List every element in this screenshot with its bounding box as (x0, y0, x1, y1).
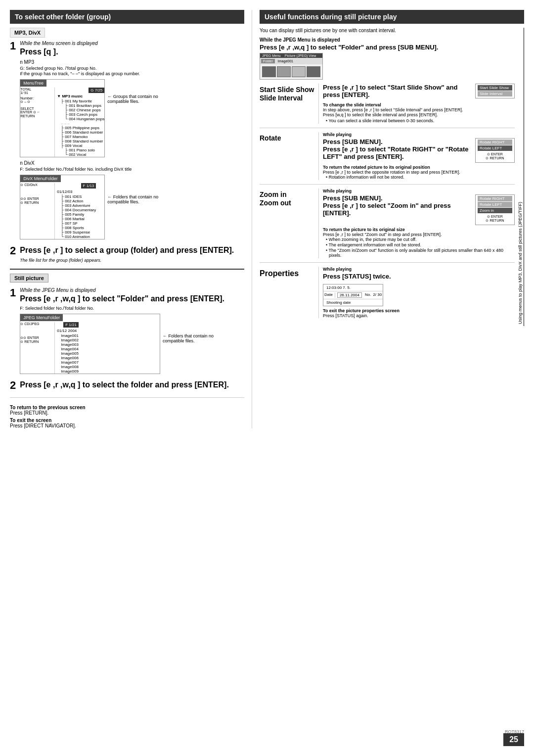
thumb-4 (307, 66, 320, 77)
rotate-return-title: To return the rotated picture to its ori… (323, 165, 515, 170)
zoom-return-title: To return the picture to its original si… (323, 227, 515, 232)
exit-section: To exit the screen Press [DIRECT NAVIGAT… (10, 418, 244, 428)
slide-show-content: Press [e ,r ] to select "Start Slide Sho… (323, 84, 515, 124)
props-shooting-row: Shooting date (323, 299, 383, 306)
slide-interval-title: To change the slide interval (323, 102, 515, 107)
slide-show-instruction: Press [e ,r ] to select "Start Slide Sho… (323, 84, 471, 98)
divx-left: ⊙ CD/DivX ⊙⊙ ENTER ⊙ RETURN (20, 183, 55, 239)
props-time-row: 12:03:00 7. 5. (323, 284, 383, 291)
zoom-detail4: The "Zoom in/Zoom out" function is only … (323, 248, 515, 258)
props-instruction: Press [STATUS] twice. (323, 273, 515, 280)
step2-still: 2 Press [e ,r ,w,q ] to select the folde… (10, 380, 244, 392)
vertical-label: Using menus to play MP3, DivX and still … (517, 28, 524, 326)
while-playing-zoom: While playing (323, 189, 515, 193)
slide-show-section: Start Slide ShowSlide Interval Press [e … (260, 84, 515, 128)
props-exit-text: Press [STATUS] again. (323, 313, 515, 318)
slide-interval-detail3: You can select a slide interval between … (323, 118, 515, 123)
rotate-diagram: Rotate RIGHT Rotate LEFT ⊙ ENTER⊙ RETURN (475, 138, 515, 163)
thumb-1 (262, 66, 276, 77)
jpeg-folder-container: JPEG Menu Folder ⊙ CD/JPEG ⊙⊙ ENTER ⊙ RE… (20, 314, 160, 374)
divx-header: DivX Menu Folder (20, 175, 61, 182)
jpeg-select-instruction: Press [e ,r ,w,q ] to select "Folder" an… (260, 44, 515, 51)
groups-label: ← Groups that contain no compatible file… (107, 94, 167, 104)
step2-instruction: Press [e ,r ] to select a group (folder)… (20, 245, 234, 256)
slide-show-text: Press [e ,r ] to select "Start Slide Sho… (323, 84, 471, 100)
step1-instruction: Press [q ]. (20, 47, 169, 57)
divx-body: ⊙ CD/DivX ⊙⊙ ENTER ⊙ RETURN F 1/13 01/12… (20, 183, 96, 239)
mp3-tree-container: Menu Tree TOTAL 1/ 91 Number: ⊙ – ⊙ SELE… (20, 79, 105, 157)
note-divx: n DivX (20, 160, 169, 166)
while-playing-props: While playing (323, 267, 515, 272)
properties-section: Properties While playing Press [STATUS] … (260, 267, 515, 322)
jpeg-body: ⊙ CD/JPEG ⊙⊙ ENTER ⊙ RETURN F 1/21 01/12… (20, 322, 79, 374)
slide-show-diagram: Start Slide Show Slide Interval (475, 84, 515, 98)
zoom-section: Zoom inZoom out While playing Press [SUB… (260, 189, 515, 263)
step2-still-content: Press [e ,r ,w,q ] to select the folder … (20, 380, 229, 392)
return-text: Press [RETURN]. (10, 410, 48, 416)
left-column: To select other folder (group) MP3, DivX… (10, 10, 252, 428)
right-intro: You can display still pictures one by on… (260, 28, 515, 33)
zoom-inner: Press [SUB MENU]. Press [e ,r ] to selec… (323, 194, 515, 225)
exit-title: To exit the screen (10, 418, 51, 423)
jpeg-tabs: Folder Image001 (260, 58, 322, 64)
step1-still-content: While the JPEG Menu is displayed Press [… (20, 287, 224, 378)
rqt-number: RQT8317 (505, 729, 524, 734)
step1-still: 1 While the JPEG Menu is displayed Press… (10, 287, 244, 378)
right-column: Useful functions during still picture pl… (252, 10, 524, 428)
right-main-area: You can display still pictures one by on… (260, 28, 524, 326)
step2-note: The file list for the group (folder) app… (20, 258, 234, 263)
zoom-return-detail1: Press [e ,r ] to select "Zoom out" in st… (323, 232, 515, 237)
props-diagram: 12:03:00 7. 5. Date 26.11.2004 No. 2/ 30… (323, 284, 383, 306)
zoom-detail2: When zooming in, the picture may be cut … (323, 237, 515, 242)
rotate-section: Rotate While playing Press [SUB MENU]. P… (260, 132, 515, 185)
divx-right: F 1/13 01/12/03 ├ 001 IDES ├ 002 Action … (55, 183, 96, 239)
note-mp3: n MP3 (20, 59, 169, 65)
return-section: To return to the previous screen Press [… (10, 405, 244, 416)
mp3-tree-diagram: Menu Tree TOTAL 1/ 91 Number: ⊙ – ⊙ SELE… (20, 79, 105, 157)
divx-tree-container: DivX Menu Folder ⊙ CD/DivX ⊙⊙ ENTER ⊙ RE… (20, 175, 105, 239)
rotate-return-detail2: Rotation information will not be stored. (323, 175, 515, 180)
page-number: 25 (503, 733, 524, 746)
properties-content: While playing Press [STATUS] twice. 12:0… (323, 267, 515, 318)
zoom-content: While playing Press [SUB MENU]. Press [e… (323, 189, 515, 258)
step2-left: 2 Press [e ,r ] to select a group (folde… (10, 245, 244, 263)
exit-text: Press [DIRECT NAVIGATOR]. (10, 423, 76, 428)
jpeg-folders-label: ← Folders that contain no compatible fil… (163, 333, 222, 343)
note-f-still: F: Selected folder No./Total folder No. (20, 306, 224, 311)
rotate-return-detail1: Press [e ,r ] to select the opposite rot… (323, 170, 515, 175)
tree-header: Menu Tree (20, 80, 46, 87)
while-label-still: While the JPEG Menu is displayed (20, 287, 224, 293)
step2-content: Press [e ,r ] to select a group (folder)… (20, 245, 234, 263)
jpeg-preview-area: JPEG Menu Picture (JPEG) View Folder Ima… (260, 53, 515, 80)
while-label-1: While the Menu screen is displayed (20, 41, 169, 46)
step-number-1-still: 1 (10, 287, 16, 378)
zoom-label: Zoom inZoom out (260, 189, 319, 258)
rotate-inner: Press [SUB MENU]. Press [e ,r ] to selec… (323, 138, 515, 163)
jpeg-right: F 1/21 01/12 2004 Image001 Image002 Imag… (55, 322, 79, 374)
step-number-1: 1 (10, 41, 16, 242)
tree-left: TOTAL 1/ 91 Number: ⊙ – ⊙ SELECT ENTER ⊙… (20, 88, 55, 157)
zoom-diagram: Rotate RIGHT Rotate LEFT Zoom in ⊙ ENTER… (475, 194, 515, 225)
right-section-title: Useful functions during still picture pl… (265, 13, 397, 21)
jpeg-preview-box: JPEG Menu Picture (JPEG) View Folder Ima… (260, 53, 323, 80)
step-number-2-still: 2 (10, 380, 16, 392)
divx-folders-label: ← Folders that contain no compatible fil… (107, 194, 167, 204)
rotate-text: Press [SUB MENU]. Press [e ,r ] to selec… (323, 138, 471, 162)
while-playing-rotate: While playing (323, 132, 515, 137)
rotate-label: Rotate (260, 132, 319, 180)
return-title: To return to the previous screen (10, 405, 86, 410)
slide-interval-detail2: Press [w,q ] to select the slide interva… (323, 112, 515, 117)
properties-label: Properties (260, 267, 319, 318)
while-jpeg-label: While the JPEG Menu is displayed (260, 37, 515, 43)
tree-body: TOTAL 1/ 91 Number: ⊙ – ⊙ SELECT ENTER ⊙… (20, 88, 104, 157)
thumbnails (260, 64, 322, 79)
props-exit-title: To exit the picture properties screen (323, 308, 515, 313)
mp3-divx-header: MP3, DivX (10, 28, 45, 38)
jpeg-folder-diagram: JPEG Menu Folder ⊙ CD/JPEG ⊙⊙ ENTER ⊙ RE… (20, 314, 160, 374)
props-date-row: Date 26.11.2004 No. 2/ 30 (323, 291, 383, 299)
divx-tree-diagram: DivX Menu Folder ⊙ CD/DivX ⊙⊙ ENTER ⊙ RE… (20, 175, 105, 239)
left-section-title: To select other folder (group) (15, 13, 111, 21)
zoom-text: Press [SUB MENU]. Press [e ,r ] to selec… (323, 194, 471, 219)
footer-notes: To return to the previous screen Press [… (10, 397, 244, 428)
step1-left: 1 While the Menu screen is displayed Pre… (10, 41, 244, 242)
